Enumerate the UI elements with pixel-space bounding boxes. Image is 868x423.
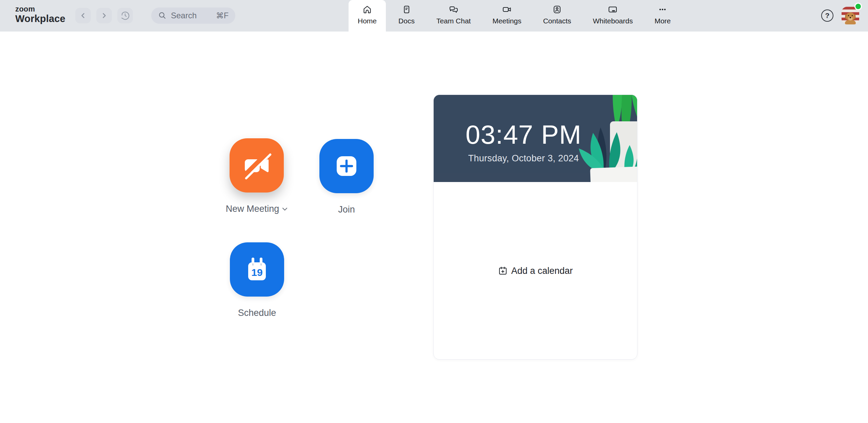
- calendar-19-icon: 19: [241, 253, 273, 286]
- join-label: Join: [338, 204, 355, 215]
- schedule-label-row[interactable]: Schedule: [220, 308, 294, 318]
- tab-whiteboards[interactable]: Whiteboards: [584, 0, 642, 32]
- join-action: Join: [309, 139, 384, 215]
- tab-home[interactable]: Home: [349, 0, 386, 32]
- more-ellipsis-icon: [658, 4, 667, 15]
- search-shortcut-hint: ⌘F: [216, 11, 229, 20]
- tab-docs-label: Docs: [398, 17, 415, 25]
- question-mark-icon: ?: [821, 9, 833, 22]
- search-icon: [158, 11, 167, 20]
- new-meeting-button[interactable]: [230, 138, 284, 193]
- logo-workplace-text: Workplace: [15, 14, 65, 24]
- tab-team-chat[interactable]: Team Chat: [427, 0, 480, 32]
- add-calendar-button[interactable]: Add a calendar: [498, 266, 573, 276]
- new-meeting-label: New Meeting: [226, 204, 279, 214]
- chevron-right-icon: [99, 11, 109, 20]
- calendar-plus-icon: [498, 266, 508, 276]
- chevron-down-icon[interactable]: [282, 207, 288, 211]
- clock-time: 03:47 PM: [434, 119, 613, 150]
- tab-more-label: More: [654, 17, 671, 25]
- team-chat-icon: [449, 4, 459, 15]
- back-button[interactable]: [75, 8, 91, 23]
- tab-meetings-label: Meetings: [492, 17, 521, 25]
- clock-date: Thursday, October 3, 2024: [434, 153, 613, 164]
- add-calendar-label: Add a calendar: [511, 266, 573, 276]
- tab-contacts[interactable]: Contacts: [534, 0, 580, 32]
- join-label-row[interactable]: Join: [309, 204, 384, 215]
- join-button[interactable]: [319, 139, 374, 193]
- help-button[interactable]: ?: [821, 9, 834, 22]
- tab-home-label: Home: [358, 17, 377, 25]
- new-meeting-action: New Meeting: [219, 138, 294, 214]
- history-clock-icon: [120, 10, 131, 21]
- search-input[interactable]: [170, 11, 213, 21]
- main-tabs: Home Docs Team Chat: [349, 0, 680, 32]
- docs-icon: [402, 4, 411, 15]
- whiteboards-icon: [608, 4, 618, 15]
- clock-hero-image: 03:47 PM Thursday, October 3, 2024: [434, 95, 637, 182]
- zoom-workplace-logo: zoom Workplace: [15, 5, 65, 24]
- recents-button[interactable]: [117, 8, 133, 23]
- forward-button[interactable]: [96, 8, 112, 23]
- new-meeting-label-row[interactable]: New Meeting: [219, 204, 294, 214]
- schedule-button[interactable]: 19: [230, 242, 284, 297]
- top-bar: zoom Workplace ⌘F: [0, 0, 868, 32]
- tab-team-chat-label: Team Chat: [436, 17, 471, 25]
- chevron-left-icon: [78, 11, 88, 20]
- calendar-card: 03:47 PM Thursday, October 3, 2024 Add a…: [433, 95, 637, 360]
- plus-icon: [330, 150, 363, 182]
- schedule-action: 19 Schedule: [220, 242, 294, 318]
- video-camera-off-icon: [240, 149, 273, 182]
- meetings-video-icon: [502, 4, 512, 15]
- tab-meetings[interactable]: Meetings: [483, 0, 530, 32]
- history-nav-buttons: [75, 8, 133, 23]
- tab-more[interactable]: More: [645, 0, 680, 32]
- tab-contacts-label: Contacts: [543, 17, 571, 25]
- tab-whiteboards-label: Whiteboards: [593, 17, 633, 25]
- calendar-day-number: 19: [251, 267, 262, 278]
- presence-status-dot: [854, 3, 862, 10]
- schedule-label: Schedule: [238, 308, 276, 318]
- contacts-icon: [552, 4, 562, 15]
- home-icon: [362, 4, 372, 15]
- tab-docs[interactable]: Docs: [389, 0, 424, 32]
- logo-zoom-text: zoom: [15, 5, 65, 13]
- calendar-card-body: Add a calendar: [434, 182, 637, 360]
- search-bar[interactable]: ⌘F: [151, 7, 235, 24]
